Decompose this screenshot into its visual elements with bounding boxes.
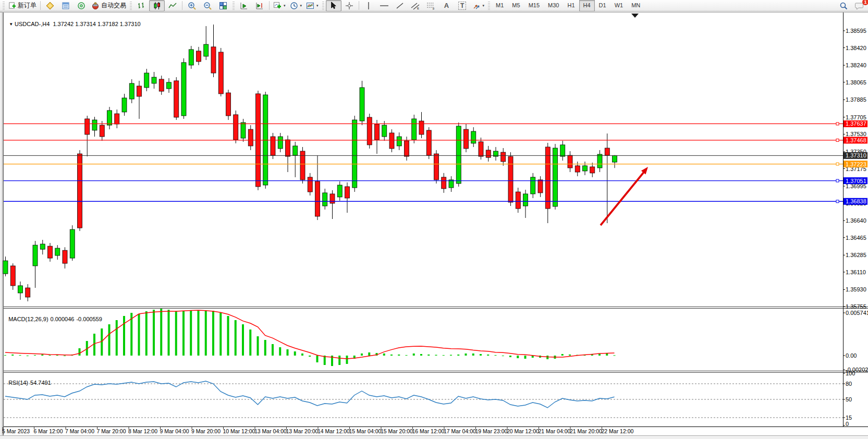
candles-chart-button[interactable] <box>149 0 165 11</box>
search-button[interactable] <box>836 0 851 11</box>
market-watch-button[interactable] <box>42 0 58 11</box>
timeframe-m1-button[interactable]: M1 <box>492 0 508 11</box>
rsi-tick-label: 0 <box>846 421 849 427</box>
macd-bar <box>390 355 393 356</box>
macd-bar <box>182 311 185 356</box>
indicators-button[interactable]: ▾ <box>271 0 288 11</box>
timeframe-m30-button[interactable]: M30 <box>544 0 563 11</box>
cursor-button[interactable] <box>326 0 341 11</box>
line-handle <box>836 163 839 165</box>
zoom-in-icon <box>188 2 196 10</box>
fibonacci-button[interactable]: F <box>423 0 439 11</box>
timeframe-d1-button[interactable]: D1 <box>595 0 610 11</box>
cursor-icon <box>329 2 337 9</box>
candle-body <box>434 154 439 180</box>
chart-canvas[interactable]: 1.385951.384201.382401.380651.378851.377… <box>0 0 868 439</box>
timeframe-w1-button[interactable]: W1 <box>610 0 628 11</box>
line-handle <box>836 139 839 141</box>
navigator-button[interactable] <box>74 0 89 11</box>
candle-body <box>345 187 350 198</box>
fibonacci-icon: F <box>426 2 436 10</box>
macd-bar <box>524 356 527 359</box>
templates-button[interactable]: ▾ <box>304 0 321 11</box>
label-button[interactable]: T <box>455 0 470 11</box>
crosshair-button[interactable] <box>341 0 357 11</box>
macd-bar <box>205 310 207 356</box>
toolbar-drag-handle[interactable] <box>488 2 490 10</box>
macd-bar <box>27 356 29 356</box>
candle-body <box>605 148 609 155</box>
price-line-badge-label: 1.37223 <box>846 161 866 167</box>
time-axis[interactable]: 5 Mar 20236 Mar 12:007 Mar 04:007 Mar 20… <box>2 427 634 434</box>
macd-bar <box>49 355 51 356</box>
timeframe-h4-button[interactable]: H4 <box>579 0 595 11</box>
macd-bar <box>116 320 118 356</box>
toolbar-drag-handle[interactable] <box>233 2 235 10</box>
timeframe-m5-button[interactable]: M5 <box>508 0 524 11</box>
candle-body <box>531 177 535 194</box>
macd-bar <box>11 355 14 356</box>
macd-bar <box>502 356 504 356</box>
toolbar-drag-handle[interactable] <box>130 2 132 10</box>
candle-body <box>33 245 38 266</box>
line-chart-button[interactable] <box>165 0 180 11</box>
text-tool-icon: A <box>444 2 449 9</box>
price-tick-label: 1.37885 <box>846 96 866 103</box>
text-button[interactable]: A <box>439 0 455 11</box>
zoom-in-button[interactable] <box>184 0 200 11</box>
data-window-button[interactable] <box>58 0 74 11</box>
candle-body <box>129 83 134 99</box>
candle-body <box>613 155 617 162</box>
macd-bar <box>227 316 229 356</box>
chevron-down-icon: ▾ <box>284 4 286 8</box>
auto-trading-button[interactable]: 自动交易 <box>89 0 128 11</box>
time-tick-label: 21 Mar 04:00 <box>539 428 571 434</box>
svg-text:E: E <box>417 7 419 10</box>
zoom-out-button[interactable] <box>200 0 215 11</box>
macd-bar <box>79 348 81 356</box>
candle-body <box>115 114 119 124</box>
new-order-icon <box>8 2 16 9</box>
macd-bar <box>235 320 237 356</box>
tile-windows-button[interactable] <box>215 0 231 11</box>
macd-bar <box>93 334 95 356</box>
candle-body <box>479 142 483 156</box>
notifications-button[interactable]: 1 <box>851 0 867 11</box>
timeframe-m15-button[interactable]: M15 <box>524 0 544 11</box>
svg-text:F: F <box>433 7 435 10</box>
candle-body <box>560 145 565 156</box>
arrows-button[interactable]: ▾ <box>470 0 487 11</box>
macd-bar <box>64 356 66 356</box>
line-handle <box>836 123 839 125</box>
trendline-button[interactable] <box>392 0 408 11</box>
horizontal-line-button[interactable] <box>376 0 392 11</box>
macd-bar <box>4 355 6 356</box>
channel-button[interactable]: E <box>408 0 423 11</box>
candlestick-chart-icon <box>153 2 161 10</box>
price-tick-label: 1.36640 <box>846 217 866 224</box>
bars-chart-button[interactable] <box>133 0 149 11</box>
vertical-line-button[interactable] <box>361 0 376 11</box>
auto-scroll-button[interactable] <box>236 0 252 11</box>
timeframe-h1-button[interactable]: H1 <box>563 0 579 11</box>
candle-body <box>375 124 380 140</box>
price-tick-label: 1.38420 <box>846 45 866 51</box>
toolbar-drag-handle[interactable] <box>322 2 324 10</box>
new-order-button[interactable]: 新订单 <box>6 0 39 11</box>
macd-tick-label: 0.00 <box>846 352 857 359</box>
rsi-tick-label: 50 <box>846 396 852 403</box>
vertical-line-icon <box>365 2 372 10</box>
zoom-out-icon <box>203 2 212 10</box>
price-tick-label: 1.36465 <box>846 235 866 241</box>
macd-bar <box>212 311 214 356</box>
crosshair-icon <box>345 2 353 10</box>
chart-shift-button[interactable] <box>252 0 267 11</box>
toolbar-drag-handle[interactable] <box>3 2 5 10</box>
timeframe-mn-button[interactable]: MN <box>627 0 644 11</box>
main-toolbar: 新订单 自动交易 <box>0 0 868 11</box>
rsi-tick-label: 15 <box>846 414 852 421</box>
periods-button[interactable]: ▾ <box>288 0 304 11</box>
macd-tick-label: 0.005741 <box>846 310 868 316</box>
macd-bar <box>257 336 259 356</box>
time-tick-label: 17 Mar 04:00 <box>444 428 476 434</box>
